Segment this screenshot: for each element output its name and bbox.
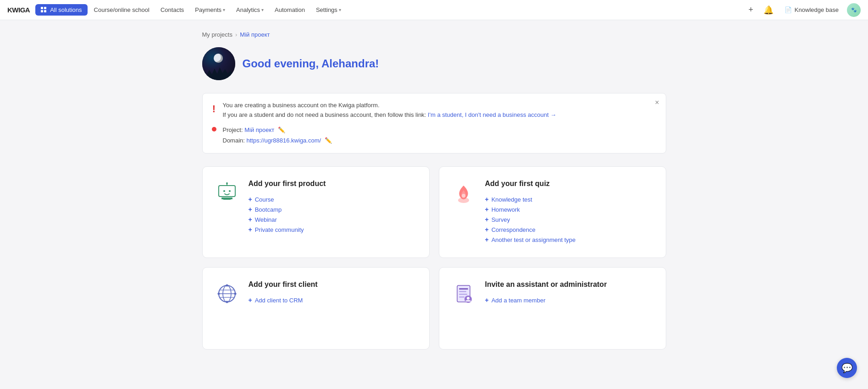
nav-analytics[interactable]: Analytics ▾ [232, 4, 268, 16]
chat-icon: 💬 [841, 362, 853, 373]
nav-settings[interactable]: Settings ▾ [311, 4, 346, 16]
svg-point-18 [226, 285, 228, 287]
quiz-links: Knowledge test Homework Survey Correspon… [485, 194, 576, 245]
knowledge-base-link[interactable]: 📄 Knowledge base [781, 5, 842, 15]
domain-url-link[interactable]: https://ugr88816.kwiga.com/ [247, 137, 321, 144]
svg-rect-23 [459, 288, 468, 290]
project-name-link[interactable]: Мій проект [244, 126, 274, 133]
nav-right: + 🔔 📄 Knowledge base 🐾 [746, 3, 861, 17]
greeting-after: ! [375, 57, 379, 70]
logo: KWIGA [7, 6, 30, 14]
product-icon [214, 180, 240, 206]
avatar-image [202, 47, 235, 80]
card-add-admin: Invite an assistant or administrator Add… [439, 267, 666, 350]
banner-line1: You are creating a business account on t… [223, 102, 380, 109]
webinar-link[interactable]: Webinar [249, 214, 326, 225]
plus-icon: + [748, 5, 753, 15]
correspondence-link[interactable]: Correspondence [485, 225, 576, 235]
nav-payments[interactable]: Payments ▾ [190, 4, 230, 16]
settings-chevron: ▾ [339, 7, 341, 12]
svg-rect-26 [459, 296, 464, 298]
course-link[interactable]: Course [249, 194, 326, 204]
project-label: Project: [223, 126, 245, 133]
card-add-client: Add your first client Add client to CRM [202, 267, 430, 350]
all-solutions-label: All solutions [50, 6, 82, 13]
admin-links: Add a team member [485, 295, 607, 305]
knowledge-test-link[interactable]: Knowledge test [485, 194, 576, 204]
survey-link[interactable]: Survey [485, 214, 576, 225]
nav-automation[interactable]: Automation [270, 4, 310, 16]
svg-rect-2 [41, 10, 43, 12]
private-community-link[interactable]: Private community [249, 225, 326, 235]
homework-link[interactable]: Homework [485, 204, 576, 214]
info-banner: ! You are creating a business account on… [202, 93, 666, 153]
client-links: Add client to CRM [249, 295, 318, 305]
greeting-avatar [202, 47, 235, 80]
banner-meta: Project: Мій проект ✏️ Domain: https://u… [223, 125, 657, 146]
client-icon [214, 280, 240, 307]
product-card-body: Add your first product Course Bootcamp W… [249, 180, 326, 235]
project-info: Project: Мій проект ✏️ [223, 125, 657, 135]
nav-course-label: Course/online school [94, 6, 149, 13]
svg-point-7 [223, 190, 225, 192]
admin-card-title: Invite an assistant or administrator [485, 280, 607, 289]
add-client-crm-link[interactable]: Add client to CRM [249, 295, 318, 305]
svg-point-8 [229, 190, 231, 192]
bootcamp-link[interactable]: Bootcamp [249, 204, 326, 214]
svg-point-12 [462, 194, 465, 197]
greeting-heading: Good evening, Alehandra! [243, 57, 379, 70]
warning-dot [212, 127, 216, 131]
svg-rect-24 [459, 291, 466, 292]
breadcrumb-current[interactable]: Мій проект [240, 31, 270, 38]
nav-payments-label: Payments [195, 6, 221, 13]
nav-settings-label: Settings [316, 6, 337, 13]
domain-info: Domain: https://ugr88816.kwiga.com/ ✏️ [223, 135, 657, 146]
breadcrumb: My projects › Мій проект [202, 31, 666, 38]
client-card-body: Add your first client Add client to CRM [249, 280, 318, 305]
avatar-content: 🐾 [851, 7, 857, 12]
quiz-card-body: Add your first quiz Knowledge test Homew… [485, 180, 576, 245]
add-team-member-link[interactable]: Add a team member [485, 295, 607, 305]
payments-chevron: ▾ [223, 7, 225, 12]
svg-point-20 [217, 293, 220, 295]
user-avatar[interactable]: 🐾 [847, 3, 861, 17]
svg-point-28 [467, 297, 470, 300]
product-card-title: Add your first product [249, 180, 326, 188]
svg-point-19 [226, 301, 228, 303]
svg-point-10 [226, 182, 228, 184]
nav-contacts[interactable]: Contacts [156, 4, 188, 16]
card-add-quiz: Add your first quiz Knowledge test Homew… [439, 166, 666, 258]
admin-card-body: Invite an assistant or administrator Add… [485, 280, 607, 305]
nav-contacts-label: Contacts [160, 6, 184, 13]
svg-point-21 [234, 293, 236, 295]
greeting-before: Good evening, [243, 57, 321, 70]
nav-course[interactable]: Course/online school [89, 4, 154, 16]
svg-rect-1 [44, 7, 46, 9]
nav-analytics-label: Analytics [236, 6, 260, 13]
svg-rect-0 [41, 7, 43, 9]
navbar: KWIGA All solutions Course/online school… [0, 0, 868, 20]
breadcrumb-parent[interactable]: My projects [202, 31, 232, 38]
greeting-section: Good evening, Alehandra! [202, 47, 666, 80]
all-solutions-button[interactable]: All solutions [35, 4, 87, 16]
notifications-button[interactable]: 🔔 [761, 3, 776, 17]
project-edit-icon[interactable]: ✏️ [278, 126, 285, 133]
main-content: My projects › Мій проект Good evening, A… [191, 20, 677, 361]
svg-rect-25 [459, 294, 467, 295]
exclamation-icon: ! [212, 103, 216, 116]
client-card-title: Add your first client [249, 280, 318, 289]
banner-content: You are creating a business account on t… [223, 101, 657, 146]
other-test-link[interactable]: Another test or assignment type [485, 235, 576, 245]
student-link[interactable]: I'm a student, I don't need a business a… [428, 111, 556, 118]
card-add-product: Add your first product Course Bootcamp W… [202, 166, 430, 258]
analytics-chevron: ▾ [261, 7, 264, 12]
chat-button[interactable]: 💬 [837, 358, 857, 378]
banner-indicator: ! [212, 102, 216, 131]
knowledge-icon: 📄 [785, 6, 792, 13]
cards-grid: Add your first product Course Bootcamp W… [202, 166, 666, 350]
breadcrumb-separator: › [235, 31, 237, 38]
bell-icon: 🔔 [763, 5, 774, 15]
banner-close-button[interactable]: × [655, 99, 659, 106]
domain-edit-icon[interactable]: ✏️ [325, 137, 332, 144]
add-button[interactable]: + [746, 3, 756, 16]
